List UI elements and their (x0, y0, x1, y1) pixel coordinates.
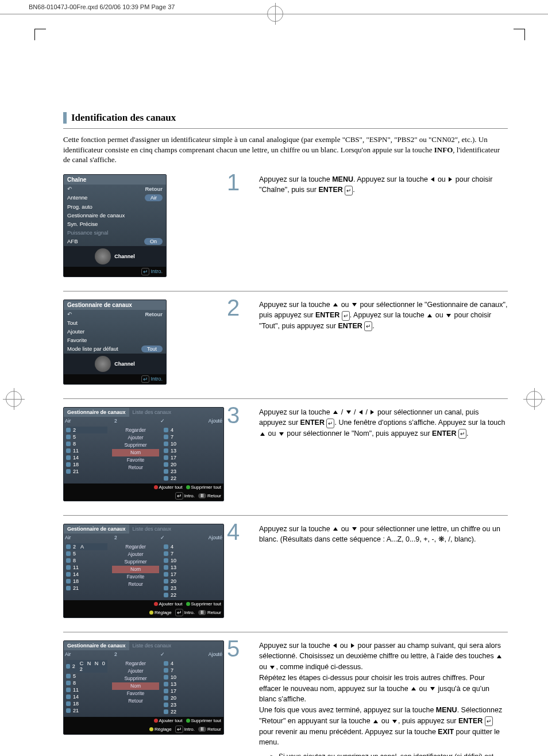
channel-item: 20 (164, 461, 211, 468)
option-item: Supprimer (112, 558, 159, 566)
channel-item: 7 (164, 667, 211, 674)
arrow-right-icon (351, 643, 354, 648)
enter-icon: ↵ (141, 268, 149, 275)
tv-row: AntenneAir (64, 193, 166, 202)
enter-icon: ↵ (342, 311, 350, 321)
channel-item: 10 (164, 440, 211, 447)
channel-item: 8 (66, 557, 107, 564)
channel-item: 2 (66, 427, 107, 433)
section-title: Identification des canaux (71, 112, 508, 124)
menu-pill-icon: Ⅲ (198, 610, 206, 615)
channel-item: 18 (66, 700, 107, 707)
arrow-up-icon (333, 527, 338, 531)
step-number: 4 (227, 520, 240, 543)
step-number: 1 (227, 171, 240, 194)
channel-item: 5 (66, 550, 107, 557)
tv-footer: ↵ Intro. (64, 267, 166, 277)
step-number: 2 (227, 296, 240, 319)
channel-item: 23 (164, 701, 211, 708)
channel-item: 5 (66, 433, 107, 440)
tv-footer: Ajouter tout Supprimer tout (64, 600, 223, 608)
arrow-up-icon (497, 655, 501, 658)
channel-item: 8 (66, 680, 107, 686)
intro-paragraph: Cette fonction permet d'assigner un iden… (63, 135, 508, 165)
options-col: RegarderAjouterSupprimerNomFavoriteRetou… (110, 658, 161, 717)
arrow-up-icon (260, 432, 265, 436)
arrow-up-icon (411, 687, 416, 690)
arrow-left-icon (333, 643, 337, 648)
channel-item: 11 (66, 447, 107, 454)
arrow-up-icon (333, 303, 338, 306)
step-3-row: Gestionnaire de canauxListe des canaux A… (63, 398, 508, 501)
option-item: Retour (112, 464, 159, 471)
arrow-down-icon (346, 410, 351, 414)
note-marker-icon: ➢ (269, 753, 275, 756)
step-text: Appuyez sur la touche ou pour passer au … (259, 640, 508, 749)
note-text: Si vous ajoutez ou supprimez un canal, s… (279, 753, 508, 756)
channel-item: 21 (66, 585, 107, 592)
option-item: Regarder (112, 427, 159, 434)
return-icon (67, 186, 74, 192)
note: ➢ Si vous ajoutez ou supprimez un canal,… (269, 753, 508, 756)
pill-value: Air (145, 194, 163, 201)
step-text: Appuyez sur la touche ou pour sélectionn… (259, 300, 508, 332)
yellow-dot-icon (149, 611, 153, 615)
channel-col-left: 25811141821 (64, 425, 110, 483)
enter-icon: ↵ (141, 375, 149, 383)
channel-item: 4 (164, 543, 211, 550)
channel-item: 20 (164, 578, 211, 585)
enter-icon: ↵ (485, 716, 493, 726)
arrow-down-icon (279, 432, 284, 436)
step-5-row: Gestionnaire de canauxListe des canaux A… (63, 632, 508, 756)
tv-return-row: Retour (64, 310, 166, 318)
channel-item: 23 (164, 468, 211, 475)
channel-col-right: 47101317202322 (161, 425, 213, 483)
remote-dpad-icon (95, 248, 111, 264)
red-dot-icon (154, 485, 158, 489)
channel-item: 7 (164, 550, 211, 557)
option-item: Retour (112, 581, 159, 588)
channel-item: 21 (66, 468, 107, 475)
green-dot-icon (186, 485, 190, 489)
green-dot-icon (186, 602, 190, 606)
red-dot-icon (154, 602, 158, 606)
tv-row: Ajouter (64, 327, 166, 336)
options-col: RegarderAjouterSupprimerNomFavoriteRetou… (110, 425, 161, 483)
channel-item: 23 (164, 585, 211, 592)
channel-item: 21 (66, 707, 107, 714)
intro-text: Cette fonction permet d'assigner un iden… (63, 135, 488, 154)
channel-item: 5 (66, 673, 107, 680)
arrow-down-icon (352, 527, 357, 531)
crop-mark-icon (34, 29, 46, 40)
channel-item: 2A (66, 543, 107, 550)
option-item: Favorite (112, 573, 159, 581)
option-item: Ajouter (112, 667, 159, 675)
tv-row: AFBOn (64, 237, 166, 246)
tv-footer: Réglage ↵Intro. ⅢRetour (64, 608, 223, 617)
enter-icon: ↵ (326, 419, 334, 428)
channel-item: 22 (164, 475, 211, 482)
option-item: Favorite (112, 690, 159, 697)
tv-title: Gestionnaire de canaux (64, 300, 166, 310)
divider (63, 128, 508, 129)
channel-item: 13 (164, 564, 211, 571)
channel-header: Air2✓Ajouté (64, 417, 223, 425)
tv-return-row: Retour (64, 185, 166, 193)
channel-item: 10 (164, 557, 211, 564)
arrow-up-icon (373, 720, 378, 723)
arrow-up-icon (427, 314, 432, 317)
menu-pill-icon: Ⅲ (198, 727, 206, 732)
option-item: Supprimer (112, 675, 159, 682)
channel-item: 11 (66, 686, 107, 693)
arrow-down-icon (430, 687, 435, 690)
tv-row: Puissance signal (64, 228, 166, 237)
tv-tabs: Gestionnaire de canauxListe des canaux (64, 524, 223, 534)
channel-col-left: 2A5811141821 (64, 542, 110, 600)
channel-header: Air2✓Ajouté (64, 534, 223, 542)
arrow-down-icon (270, 666, 275, 669)
option-item: Ajouter (112, 434, 159, 442)
channel-item: 10 (164, 674, 211, 681)
tv-footer: Ajouter tout Supprimer tout (64, 717, 223, 724)
tv-title: Chaîne (64, 175, 166, 185)
tv-screenshot-chaine: Chaîne Retour AntenneAir Prog. auto Gest… (63, 174, 167, 277)
